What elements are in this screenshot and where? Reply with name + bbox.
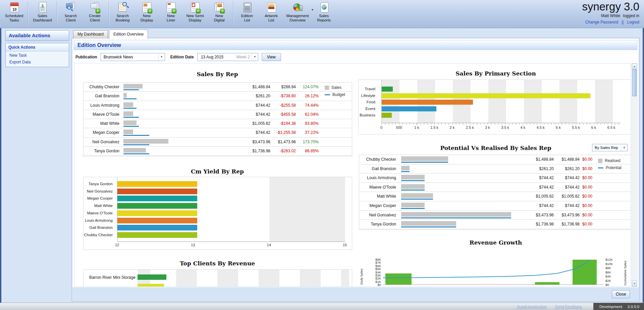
- chevron-down-icon[interactable]: ▼: [158, 53, 165, 61]
- application-window: ScheduledTasksSalesDashboardSearchClient…: [0, 0, 644, 310]
- variance-value: -$194.38: [280, 121, 296, 126]
- chevron-down-icon[interactable]: ▼: [621, 144, 627, 151]
- edition-date-value: 13 Aug 2015: [201, 55, 223, 59]
- edition-date-select[interactable]: 13 Aug 2015 Week 2 ▼: [197, 53, 258, 61]
- send-feedback-link[interactable]: Send Feedback: [555, 305, 582, 309]
- section-bar: [382, 100, 473, 105]
- view-button[interactable]: View: [262, 53, 281, 61]
- publication-select[interactable]: Brunswick News ▼: [101, 53, 165, 61]
- sales-by-rep-rows: Chubby Checker$1,488.84$288.84124.07%Gai…: [84, 83, 352, 156]
- budget-line: [123, 89, 139, 90]
- legend-item: Sales: [325, 85, 345, 90]
- rep-label: Gail Branston: [89, 225, 113, 230]
- toolbar-button-label: SalesDashboard: [33, 14, 52, 22]
- potential-value: $744.42: [565, 203, 580, 208]
- toolbar-button-label: ArtworkList: [262, 14, 280, 22]
- group-by-select[interactable]: By Sales Rep ▼: [592, 144, 628, 151]
- scroll-down-button[interactable]: ▼: [632, 280, 637, 287]
- daily-sales-ticks: $8K$7K$6K$5K$4K$3K$2K$1K$0: [366, 247, 382, 287]
- primary-section-title: Sales By Primary Section: [358, 70, 631, 77]
- sales-by-rep-legend: SalesBudget: [325, 85, 345, 99]
- yield-bar: [117, 181, 197, 187]
- sales-by-rep-row: Gail Branston$261.20-$738.8026.12%: [84, 92, 352, 101]
- sales-value: $3,473.96: [253, 140, 270, 144]
- toolbar-button-management-overview[interactable]: ManagementOverview▾: [283, 0, 312, 22]
- cm-yield-title: Cm Yield By Rep: [83, 168, 352, 175]
- panel-footer: Close: [72, 288, 639, 301]
- close-button[interactable]: Close: [612, 290, 630, 298]
- sales-value: $744.42: [256, 130, 270, 135]
- scroll-up-button[interactable]: ▲: [632, 63, 637, 69]
- toolbar-button-new-digital[interactable]: NewDigital: [207, 0, 231, 22]
- variance-value: -$255.58: [280, 103, 296, 108]
- tab-edition-overview[interactable]: Edition Overview: [109, 30, 148, 39]
- realised-value: $1,005.62: [536, 194, 554, 199]
- revenue-growth-plot: [383, 256, 603, 285]
- realised-value: $744.42: [539, 175, 554, 180]
- variance-value: -$1,255.58: [277, 130, 296, 135]
- realised-vs-potential-bars: [401, 175, 425, 181]
- quick-actions-items: New TaskExport Data: [6, 51, 69, 65]
- quick-actions-panel: Quick Actions New TaskExport Data: [5, 43, 69, 67]
- difference-value: $0.00: [582, 157, 592, 162]
- toolbar-button-label: NewLiner: [162, 14, 180, 22]
- section-label: Lifestyle: [361, 93, 375, 98]
- revenue-bar: [138, 274, 166, 280]
- sales-vs-budget-bars: [123, 120, 139, 127]
- yield-bar: [117, 189, 197, 194]
- vertical-scrollbar[interactable]: ▲ ▼: [632, 63, 637, 287]
- realised-bar: [401, 193, 433, 198]
- artwork-list-icon: [265, 1, 277, 13]
- toolbar-button-sales-dashboard[interactable]: SalesDashboard: [30, 0, 55, 22]
- potential-line: [401, 226, 456, 227]
- potential-line: [401, 208, 425, 209]
- toolbar-button-new-semi-display[interactable]: New SemiDisplay: [183, 0, 207, 22]
- potential-value: $1,736.98: [562, 222, 580, 226]
- realised-vs-potential-bars: [401, 203, 425, 209]
- toolbar-button-edition-list[interactable]: EditionList: [235, 0, 259, 22]
- realised-vs-potential-bars: [401, 193, 433, 200]
- rep-name: Gail Branston: [372, 166, 396, 171]
- new-semi-display-icon: [189, 1, 201, 13]
- primary-section-tickmarks: [381, 123, 620, 125]
- toolbar-button-new-liner[interactable]: NewLiner: [159, 0, 183, 22]
- toolbar-button-artwork-list[interactable]: ArtworkList: [259, 0, 283, 22]
- sales-vs-budget-bars: [123, 111, 139, 118]
- section-label: Business: [360, 113, 375, 118]
- toolbar-buttons: ScheduledTasksSalesDashboardSearchClient…: [2, 0, 336, 26]
- axis-tick-label: 6.5 k: [607, 125, 615, 130]
- toolbar-button-search-booking[interactable]: SearchBooking: [111, 0, 135, 22]
- cumulative-sales-ticks: $12K$10K$8K$6K$4K$2K$0: [605, 247, 620, 287]
- sidebar-item-new-task[interactable]: New Task: [6, 51, 69, 58]
- change-password-link[interactable]: Change Password: [585, 20, 618, 24]
- toolbar-button-label: SearchClient: [62, 14, 80, 22]
- sales-by-rep-row: Megan Cooper$744.42-$1,255.5837.22%: [84, 128, 352, 137]
- toolbar-button-scheduled-tasks[interactable]: ScheduledTasks: [2, 0, 26, 22]
- install-application-link[interactable]: Install Application: [517, 305, 547, 309]
- axis-tick-label: $2K: [605, 279, 611, 282]
- sales-bar: [123, 111, 133, 116]
- toolbar-button-create-client[interactable]: CreateClient: [83, 0, 107, 22]
- tab-my-dashboard[interactable]: My Dashboard: [73, 30, 108, 39]
- sales-bar: [123, 102, 133, 107]
- cumulative-sales-line: [383, 256, 603, 285]
- chevron-down-icon[interactable]: ▼: [252, 53, 258, 61]
- sidebar-item-export-data[interactable]: Export Data: [6, 58, 69, 65]
- scrollbar-thumb[interactable]: [632, 69, 637, 96]
- realised-bar: [401, 184, 425, 189]
- potential-realised-row: Louis Armstrong$744.42$744.42$0.00: [359, 173, 631, 183]
- axis-tick-label: 5 k: [556, 125, 561, 130]
- axis-tick-label: 2 k: [450, 125, 455, 130]
- budget-line: [123, 144, 149, 145]
- axis-tick-label: $0: [605, 283, 609, 287]
- percent-value: 124.07%: [303, 85, 319, 89]
- section-label: Food: [367, 100, 375, 105]
- realised-value: $3,473.96: [536, 213, 554, 217]
- toolbar-button-sales-reports[interactable]: SalesReports: [312, 0, 336, 22]
- potential-realised-row: Gail Branston$261.20$261.20$0.00: [359, 164, 631, 174]
- percent-value: 86.85%: [305, 149, 319, 153]
- app-logo: synergy 3.0: [582, 0, 639, 13]
- logout-link[interactable]: Logout: [627, 20, 639, 24]
- toolbar-button-new-display[interactable]: NewDisplay: [135, 0, 159, 22]
- toolbar-button-search-client[interactable]: SearchClient: [59, 0, 83, 22]
